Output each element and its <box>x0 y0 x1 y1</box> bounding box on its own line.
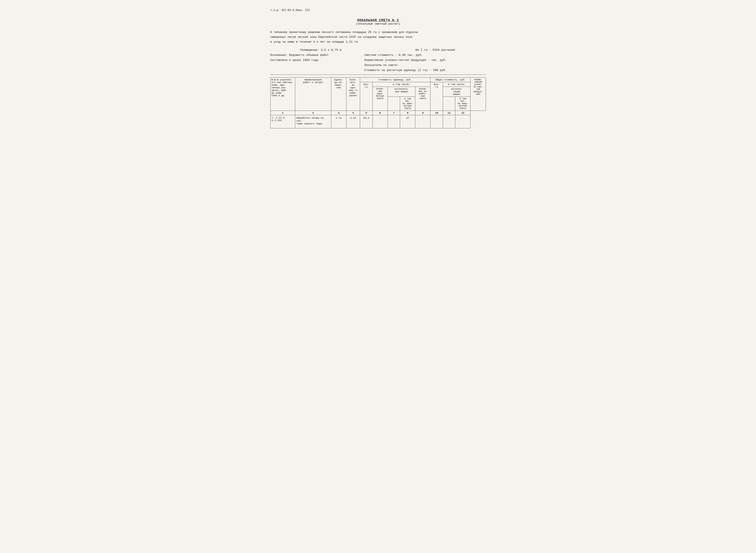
basis-row4: Стоимость на расчетную единицу (I га) - … <box>270 69 486 72</box>
basis-line2-right: Нормативная условно-чистая продукция - т… <box>364 59 486 62</box>
row1-col12: - <box>455 115 471 128</box>
header-col4: Коли-чест-воеди-ниц гоизме-рения <box>346 78 360 111</box>
row1-col4: I,2I <box>346 115 360 128</box>
subtitle: (локальный сметный расчет) <box>270 22 486 25</box>
col-num-12: 12 <box>455 111 471 115</box>
basis-line1-left: Основание: Ведомость объемов работ <box>270 54 351 57</box>
header-incl-total: в том числе: <box>443 82 471 87</box>
basis-row3: Показатели по смете: <box>270 64 486 67</box>
desc-line3: и уход за ними в течение 4-х лет на площ… <box>270 40 486 45</box>
description-block: К типовому проектному решению лесного пи… <box>270 30 486 45</box>
row1-col5: 30,6 <box>360 115 372 128</box>
row1-col6: - <box>372 115 388 128</box>
col-num-8: 8 <box>400 111 415 115</box>
basis-line3-right: Показатели по смете: <box>364 64 486 67</box>
row1-col1: I. I-37,6 ¥ I-255 <box>270 115 295 128</box>
header-row-1: № № № укрупнен-п/п ных сметныхнорм, еди-… <box>270 78 486 82</box>
table-row: I. I-37,6 ¥ I-255 Обработка почвы по сис… <box>270 115 486 128</box>
desc-line2: смешанных лесов лесной зоны Европейской … <box>270 35 486 40</box>
col-numbers-row: 1 2 3 4 5 6 7 8 9 10 11 12 <box>270 111 486 115</box>
basis-line4-right: Стоимость на расчетную единицу (I га) - … <box>364 69 486 72</box>
header-base-wage-unit: основ-наязара-ботнаяплата <box>372 87 388 111</box>
title-block: ЛОКАЛЬНАЯ СМЕТА № 3 (локальный сметный р… <box>270 18 486 25</box>
basis-line2-left: Составлена в ценах 1984 года <box>270 59 351 62</box>
header-col3: Едини-цы из-мере-ния <box>331 78 346 111</box>
table-wrap: № № № укрупнен-п/п ных сметныхнорм, еди-… <box>270 77 486 128</box>
header-machine-wage-unit: в том чис-ле зара-ботнаяплата <box>400 97 415 111</box>
basis-row1: Основание: Ведомость объемов работ Сметн… <box>270 54 486 57</box>
basis-line4-left <box>270 69 351 72</box>
header-incl-unit: в том числе: <box>372 82 430 87</box>
desc-line1: К типовому проектному решению лесного пи… <box>270 30 486 35</box>
row1-col10: - <box>430 115 443 128</box>
header-machine-wage-total: в том чис-ле зара-ботнойплаты <box>455 97 471 111</box>
header-machine-unit: эксплуата-ция машин <box>388 87 415 97</box>
col-num-3: 3 <box>331 111 346 115</box>
basis-line3-left <box>270 64 351 67</box>
basis-line1-right: Сметная стоимость - 0,48 тыс. руб. <box>364 54 486 57</box>
plants-label: На I га - 5334 растений <box>385 48 486 52</box>
header-machine-cost-unit <box>388 97 400 111</box>
col-num-10: 10 <box>430 111 443 115</box>
row1-col8: 37 <box>400 115 415 128</box>
row1-col2: Обработка почвы по сис-теме черного пара <box>295 115 331 128</box>
top-ref: т.п.р. 4II-03-4.84ал. III <box>270 9 486 12</box>
col-num-11: 11 <box>443 111 455 115</box>
header-machine-total: эксплуа-тациимашин <box>443 87 471 97</box>
header-col12: норма-тивнойуслов-но-чис-тойпродук-ции <box>471 78 486 111</box>
main-title: ЛОКАЛЬНАЯ СМЕТА № 3 <box>270 18 486 22</box>
header-all-total: все-го <box>430 82 443 111</box>
col-num-1: 1 <box>270 111 295 115</box>
row1-col3: I га <box>331 115 346 128</box>
row1-col9: - <box>415 115 430 128</box>
header-base-wage-total: основ-ная за-работ-наяплата <box>415 87 430 111</box>
header-cost-unit: Стоимость единицы, руб. <box>360 78 430 82</box>
col-num-9: 9 <box>415 111 430 115</box>
col-num-6: 6 <box>372 111 388 115</box>
header-col2: Наименованиеработ и затрат <box>295 78 331 111</box>
header-cost-total: Общая стоимость, руб. <box>430 78 471 82</box>
header-col1: № № № укрупнен-п/п ных сметныхнорм, еди-… <box>270 78 295 111</box>
col-num-2: 2 <box>295 111 331 115</box>
basis-row2: Составлена в ценах 1984 года Нормативная… <box>270 59 486 62</box>
row1-col11: - <box>443 115 455 128</box>
header-machine-cost-total <box>443 97 455 111</box>
main-table: № № № укрупнен-п/п ных сметныхнорм, еди-… <box>270 77 486 128</box>
header-all-unit: все-го <box>360 82 372 111</box>
col-num-5: 5 <box>360 111 372 115</box>
col-num-7: 7 <box>388 111 400 115</box>
sizing-label: Размещение: 2,5 х 0,75 м <box>270 48 371 52</box>
row1-col7: - <box>388 115 400 128</box>
col-num-4: 4 <box>346 111 360 115</box>
sizing-row: Размещение: 2,5 х 0,75 м На I га - 5334 … <box>270 48 486 52</box>
